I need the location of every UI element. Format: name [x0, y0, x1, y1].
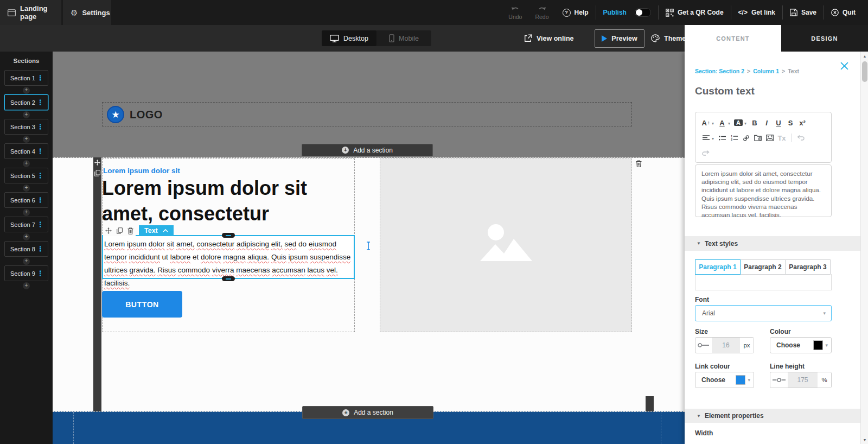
chevron-down-icon[interactable]: ▾: [728, 121, 730, 126]
italic-icon[interactable]: I: [761, 117, 773, 129]
hero-eyebrow-text[interactable]: Lorem ipsum dolor sit: [103, 167, 180, 175]
preview-button[interactable]: Preview: [595, 29, 644, 48]
element-type-chip[interactable]: Text: [139, 225, 174, 236]
logo-block[interactable]: ★ LOGO: [102, 102, 632, 126]
clear-format-icon[interactable]: Tx: [776, 132, 788, 144]
panel-scrollbar[interactable]: ▲ ▼: [860, 52, 868, 444]
superscript-icon[interactable]: x²: [796, 117, 808, 129]
scroll-up-button[interactable]: ▲: [861, 52, 868, 60]
editor-text-area[interactable]: Lorem ipsum dolor sit amet, consectetur …: [695, 164, 832, 217]
insert-section-plus-button[interactable]: +: [23, 209, 30, 216]
tab-paragraph-2[interactable]: Paragraph 2: [740, 259, 786, 275]
line-height-input[interactable]: 175: [788, 372, 818, 388]
help-button[interactable]: ? Help: [556, 9, 596, 17]
column-resize-handle[interactable]: [646, 396, 654, 411]
section-menu-kebab-icon[interactable]: ⋮: [37, 74, 48, 81]
insert-section-plus-button[interactable]: +: [23, 111, 30, 118]
underline-icon[interactable]: U: [773, 117, 784, 129]
element-properties-header[interactable]: ▼ Element properties: [685, 409, 860, 423]
image-placeholder[interactable]: [380, 158, 632, 332]
duplicate-icon[interactable]: [94, 170, 100, 176]
font-dropdown[interactable]: Arial ▾: [695, 305, 832, 321]
breadcrumb-column-link[interactable]: Column 1: [753, 68, 779, 74]
redo-button[interactable]: Redo: [528, 5, 555, 20]
editor-undo-icon[interactable]: [795, 132, 807, 144]
theme-button[interactable]: Theme: [651, 25, 686, 52]
quit-button[interactable]: Quit: [824, 9, 863, 16]
add-section-button-top[interactable]: + Add a section: [302, 144, 433, 156]
sidebar-item-section-1[interactable]: Section 1⋮: [4, 70, 48, 86]
move-element-button[interactable]: [103, 225, 114, 236]
delete-section-button[interactable]: [634, 159, 643, 168]
section-menu-kebab-icon[interactable]: ⋮: [37, 221, 48, 228]
insert-section-plus-button[interactable]: +: [23, 136, 30, 143]
bullet-list-icon[interactable]: [716, 132, 728, 144]
slider-icon[interactable]: [695, 338, 712, 353]
sidebar-item-section-5[interactable]: Section 5⋮: [4, 168, 48, 183]
highlight-color-icon[interactable]: A: [732, 117, 744, 129]
tab-content[interactable]: CONTENT: [685, 25, 781, 52]
hero-paragraph[interactable]: Lorem ipsum dolor sit amet, consectetur …: [103, 236, 354, 290]
link-colour-picker-button[interactable]: Choose ▾: [695, 372, 754, 388]
insert-section-plus-button[interactable]: +: [23, 160, 30, 167]
colour-picker-button[interactable]: Choose ▾: [770, 337, 832, 353]
get-qr-code-button[interactable]: Get a QR Code: [659, 9, 731, 17]
view-online-button[interactable]: View online: [524, 25, 574, 52]
numbered-list-icon[interactable]: 12: [728, 132, 740, 144]
scroll-down-button[interactable]: ▼: [861, 435, 868, 444]
section-menu-kebab-icon[interactable]: ⋮: [37, 172, 48, 179]
sidebar-item-section-4[interactable]: Section 4⋮: [4, 143, 48, 159]
link-icon[interactable]: [740, 132, 752, 144]
section-drag-handle[interactable]: [93, 157, 101, 411]
insert-section-plus-button[interactable]: +: [23, 282, 30, 289]
desktop-toggle[interactable]: Desktop: [322, 30, 376, 46]
slider-icon[interactable]: [770, 372, 788, 388]
selected-text-element[interactable]: Lorem ipsum dolor sit amet, consectetur …: [102, 235, 355, 279]
strikethrough-icon[interactable]: S: [784, 117, 796, 129]
resize-handle-top[interactable]: [222, 233, 235, 238]
section-menu-kebab-icon[interactable]: ⋮: [37, 148, 48, 155]
insert-section-plus-button[interactable]: +: [23, 87, 30, 94]
section-menu-kebab-icon[interactable]: ⋮: [37, 270, 48, 277]
mobile-toggle[interactable]: Mobile: [376, 30, 431, 46]
get-link-button[interactable]: </> Get link: [731, 9, 782, 16]
section-menu-kebab-icon[interactable]: ⋮: [37, 245, 48, 252]
duplicate-element-button[interactable]: [114, 225, 125, 236]
hero-heading[interactable]: Lorem ipsum dolor sit amet, consectetur: [102, 175, 362, 226]
insert-section-plus-button[interactable]: +: [23, 258, 30, 265]
close-panel-button[interactable]: [840, 61, 849, 71]
publish-toggle[interactable]: [635, 8, 651, 17]
scrollbar-thumb[interactable]: [862, 61, 867, 82]
tab-design[interactable]: DESIGN: [781, 25, 868, 52]
insert-image-icon[interactable]: [764, 132, 776, 144]
chevron-down-icon[interactable]: ▾: [744, 121, 746, 126]
chevron-down-icon[interactable]: ▾: [712, 121, 714, 126]
hero-cta-button[interactable]: BUTTON: [102, 291, 182, 318]
tab-landing-page[interactable]: Landing page: [0, 0, 61, 25]
insert-section-plus-button[interactable]: +: [23, 185, 30, 192]
chevron-down-icon[interactable]: ▾: [712, 136, 714, 141]
sidebar-item-section-6[interactable]: Section 6⋮: [4, 192, 48, 208]
sidebar-item-section-2[interactable]: Section 2⋮: [4, 94, 48, 110]
sidebar-item-section-3[interactable]: Section 3⋮: [4, 119, 48, 135]
resize-handle-bottom[interactable]: [222, 276, 235, 281]
align-icon[interactable]: [700, 132, 712, 144]
save-button[interactable]: Save: [783, 9, 824, 16]
sidebar-item-section-8[interactable]: Section 8⋮: [4, 241, 48, 257]
insert-section-plus-button[interactable]: +: [23, 233, 30, 240]
bold-icon[interactable]: B: [749, 117, 761, 129]
size-input[interactable]: 16: [712, 338, 740, 353]
sidebar-item-section-9[interactable]: Section 9⋮: [4, 265, 48, 281]
delete-element-button[interactable]: [125, 225, 136, 236]
tab-settings[interactable]: ⚙ Settings: [63, 0, 111, 25]
undo-button[interactable]: Undo: [502, 5, 528, 20]
tab-paragraph-1[interactable]: Paragraph 1: [695, 259, 741, 275]
text-color-icon[interactable]: A: [716, 117, 728, 129]
sidebar-item-section-7[interactable]: Section 7⋮: [4, 217, 48, 232]
text-styles-header[interactable]: ▼ Text styles: [685, 236, 860, 251]
editor-redo-icon[interactable]: [700, 147, 712, 159]
breadcrumb-section-link[interactable]: Section: Section 2: [695, 68, 744, 74]
font-size-icon[interactable]: A↕: [700, 117, 712, 129]
tab-paragraph-3[interactable]: Paragraph 3: [785, 259, 831, 275]
section-menu-kebab-icon[interactable]: ⋮: [37, 196, 48, 204]
